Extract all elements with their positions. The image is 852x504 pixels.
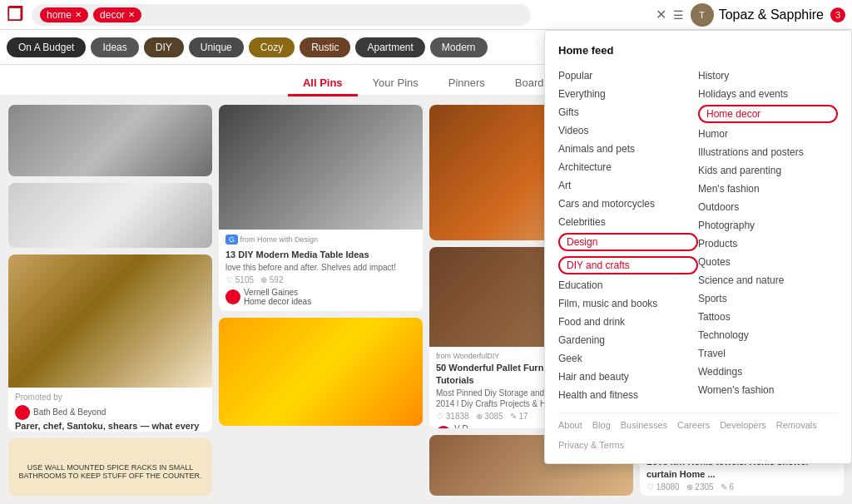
dropdown-item[interactable]: Geek — [558, 351, 698, 366]
dropdown-item[interactable]: Film, music and books — [558, 296, 698, 311]
dropdown-item[interactable]: Kids and parenting — [698, 163, 838, 178]
dropdown-item[interactable]: Photography — [698, 218, 838, 233]
footer-businesses[interactable]: Businesses — [621, 420, 667, 430]
dropdown-item[interactable]: History — [698, 68, 838, 83]
dropdown-left-header: Home feed — [558, 44, 698, 57]
search-input[interactable] — [146, 8, 523, 21]
dropdown-left-col: Home feed Popular Everything Gifts Video… — [558, 44, 698, 403]
dropdown-item[interactable]: Travel — [698, 346, 838, 361]
dropdown-item-products[interactable]: Products — [698, 236, 838, 251]
tab-your-pins[interactable]: Your Pins — [358, 72, 433, 96]
category-dropdown[interactable]: Home feed Popular Everything Gifts Video… — [544, 30, 852, 464]
dropdown-item-design[interactable]: Design — [558, 233, 698, 251]
dropdown-item[interactable]: Everything — [558, 86, 698, 101]
dropdown-item-home-decor[interactable]: Home decor — [698, 105, 838, 123]
cat-ideas[interactable]: Ideas — [91, 37, 138, 57]
dropdown-item[interactable]: Gardening — [558, 333, 698, 348]
header: ❐ home ✕ decor ✕ ✕ ☰ T Topaz & Sapphire … — [0, 0, 852, 30]
dropdown-item[interactable]: Outdoors — [698, 200, 838, 215]
cat-apartment[interactable]: Apartment — [355, 37, 424, 57]
search-bar: home ✕ decor ✕ — [32, 4, 531, 26]
dropdown-item[interactable]: Technology — [698, 328, 838, 343]
dropdown-item[interactable]: Weddings — [698, 364, 838, 379]
cat-rustic[interactable]: Rustic — [300, 37, 350, 57]
dropdown-item[interactable]: Celebrities — [558, 215, 698, 230]
list-item[interactable] — [219, 318, 423, 426]
pin-column-2: G from Home with Design 13 DIY Modern Me… — [219, 105, 423, 496]
footer-about[interactable]: About — [558, 420, 582, 430]
dropdown-item[interactable]: Women's fashion — [698, 383, 838, 398]
notification-badge[interactable]: 3 — [830, 7, 845, 22]
cat-unique[interactable]: Unique — [189, 37, 244, 57]
avatar — [225, 289, 240, 304]
footer-careers[interactable]: Careers — [677, 420, 710, 430]
list-item[interactable] — [8, 105, 212, 176]
menu-icon[interactable]: ☰ — [673, 8, 684, 22]
dropdown-footer: About Blog Businesses Careers Developers… — [558, 413, 838, 450]
dropdown-item[interactable]: Videos — [558, 123, 698, 138]
user-area[interactable]: T Topaz & Sapphire — [691, 3, 824, 27]
pinterest-logo[interactable]: ❐ — [7, 4, 23, 26]
footer-blog[interactable]: Blog — [592, 420, 611, 430]
dropdown-item-diy[interactable]: DIY and crafts — [558, 256, 698, 274]
cat-modern[interactable]: Modern — [430, 37, 488, 57]
footer-developers[interactable]: Developers — [720, 420, 766, 430]
dropdown-item[interactable]: Gifts — [558, 105, 698, 120]
list-item[interactable]: USE WALL MOUNTED SPICE RACKS IN SMALL BA… — [8, 438, 212, 496]
tab-pinners[interactable]: Pinners — [433, 72, 500, 96]
header-right: ✕ ☰ T Topaz & Sapphire 3 — [656, 3, 845, 27]
dropdown-item[interactable]: Humor — [698, 126, 838, 141]
dropdown-item[interactable]: Illustrations and posters — [698, 145, 838, 160]
dropdown-item[interactable]: Tattoos — [698, 309, 838, 324]
dropdown-item[interactable]: Hair and beauty — [558, 369, 698, 384]
list-item[interactable]: Promoted by Bath Bed & Beyond Parer, che… — [8, 254, 212, 432]
list-item[interactable]: G from Home with Design 13 DIY Modern Me… — [219, 105, 423, 311]
tag-decor-label: decor — [100, 9, 125, 21]
dropdown-item[interactable]: Education — [558, 278, 698, 293]
dropdown-item[interactable]: Architecture — [558, 160, 698, 175]
dropdown-item[interactable]: Quotes — [698, 254, 838, 269]
dropdown-item[interactable]: Holidays and events — [698, 86, 838, 101]
dropdown-item[interactable]: Science and nature — [698, 273, 838, 288]
cat-diy[interactable]: DIY — [144, 37, 184, 57]
dropdown-item[interactable]: Food and drink — [558, 314, 698, 329]
tab-all-pins[interactable]: All Pins — [288, 72, 358, 96]
list-item[interactable] — [8, 183, 212, 248]
tag-home-label: home — [47, 9, 72, 21]
avatar — [436, 426, 451, 429]
search-tag-decor[interactable]: decor ✕ — [93, 7, 141, 22]
cat-on-a-budget[interactable]: On A Budget — [7, 37, 86, 57]
cat-cozy[interactable]: Cozy — [249, 37, 295, 57]
avatar: T — [691, 3, 714, 27]
dropdown-right-col: History Holidays and events Home decor H… — [698, 44, 838, 403]
footer-removals[interactable]: Removals — [776, 420, 817, 430]
dropdown-item[interactable]: Popular — [558, 68, 698, 83]
search-tag-home[interactable]: home ✕ — [40, 7, 88, 22]
dropdown-item[interactable]: Animals and pets — [558, 141, 698, 156]
user-name: Topaz & Sapphire — [719, 7, 824, 22]
dropdown-item[interactable]: Health and fitness — [558, 388, 698, 403]
tag-home-close[interactable]: ✕ — [75, 10, 82, 19]
clear-icon[interactable]: ✕ — [656, 7, 666, 22]
dropdown-item[interactable]: Cars and motorcycles — [558, 196, 698, 211]
pin-column-1: Promoted by Bath Bed & Beyond Parer, che… — [8, 105, 212, 496]
tag-decor-close[interactable]: ✕ — [128, 10, 135, 19]
dropdown-item[interactable]: Art — [558, 178, 698, 193]
avatar — [15, 405, 30, 420]
dropdown-item[interactable]: Men's fashion — [698, 181, 838, 196]
footer-privacy[interactable]: Privacy & Terms — [558, 440, 624, 450]
dropdown-item[interactable]: Sports — [698, 291, 838, 306]
